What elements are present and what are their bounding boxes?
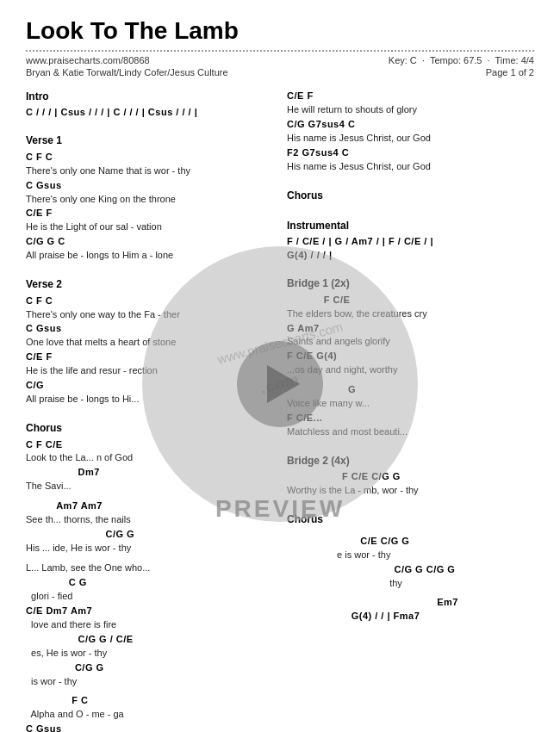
rc2-l1: e is wor - thy xyxy=(287,549,534,562)
page-number: Page 1 of 2 xyxy=(486,67,534,88)
v1-l2: There's only one King on the throne xyxy=(26,193,273,207)
song-title: Look To The Lamb xyxy=(26,17,534,45)
ch-c2: Dm7 xyxy=(26,466,273,480)
bridge2-label: Bridge 2 (4x) xyxy=(287,454,534,468)
v1-l1: There's only one Name that is wor - thy xyxy=(26,164,273,178)
inst-c2: G(4) / / / | xyxy=(287,249,534,263)
chorus1-label: Chorus xyxy=(26,421,273,436)
ch-l9: is wor - thy xyxy=(26,675,273,689)
v1-l4: All praise be - longs to Him a - lone xyxy=(26,249,273,263)
inst-c1: F / C/E / | G / Am7 / | F / C/E / | xyxy=(287,235,534,249)
ch-l5: L... Lamb, see the One who... xyxy=(26,561,273,575)
rc-l2: His name is Jesus Christ, our God xyxy=(287,132,534,146)
authors: Bryan & Katie Torwalt/Lindy Cofer/Jesus … xyxy=(26,67,228,78)
chorus2-label: Chorus xyxy=(287,189,534,203)
authors-page-row: Bryan & Katie Torwalt/Lindy Cofer/Jesus … xyxy=(26,67,534,88)
ch-l2: The Savi... xyxy=(26,480,273,493)
v2-l4: All praise be - longs to Hi... xyxy=(26,393,273,406)
intro-label: Intro xyxy=(26,90,273,104)
right-column: C/E F He will return to shouts of glory … xyxy=(287,90,534,732)
ch-c9: F C xyxy=(26,694,273,708)
b1-l3: ...os day and night, worthy xyxy=(287,363,534,377)
rc2-l2: thy xyxy=(287,577,534,591)
b1-c4: G xyxy=(287,383,534,397)
b1-l2: Saints and angels glorify xyxy=(287,335,534,349)
bridge1-label: Bridge 1 (2x) xyxy=(287,276,534,291)
intro-chord: C / / / | Csus / / / | C / / / | Csus / … xyxy=(26,106,273,120)
ch-c6: C/E Dm7 Am7 xyxy=(26,605,273,618)
verse2-label: Verse 2 xyxy=(26,277,273,292)
b1-l1: The elders bow, the creatures cry xyxy=(287,307,534,321)
b1-c3: F C/E G(4) xyxy=(287,350,534,363)
b1-c5: F C/E... xyxy=(287,412,534,425)
rc-l3: His name is Jesus Christ, our God xyxy=(287,160,534,174)
ch-c1: C F C/E xyxy=(26,438,273,452)
v1-c1: C F C xyxy=(26,151,273,164)
b2-c1: F C/E C/G G xyxy=(287,470,534,484)
v2-c1: C F C xyxy=(26,295,273,308)
v2-c2: C Gsus xyxy=(26,322,273,336)
meta-row: www.praisecharts.com/80868 Key: C · Temp… xyxy=(26,55,534,65)
ch-c4: C/G G xyxy=(26,528,273,542)
ch-l8: es, He is wor - thy xyxy=(26,647,273,661)
v2-l3: He is the life and resur - rection xyxy=(26,364,273,378)
ch-l4: His ... ide, He is wor - thy xyxy=(26,542,273,555)
b1-c2: G Am7 xyxy=(287,322,534,336)
v2-c3: C/E F xyxy=(26,350,273,364)
v1-c2: C Gsus xyxy=(26,179,273,193)
rc2-c1: C/E C/G G xyxy=(287,535,534,549)
rc-l1: He will return to shouts of glory xyxy=(287,103,534,117)
rc2-c3: Em7 xyxy=(287,596,534,610)
ch-c5: C G xyxy=(26,576,273,590)
play-button[interactable] xyxy=(237,341,323,427)
b1-c1: F C/E xyxy=(287,294,534,307)
ch-l10: Alpha and O - me - ga xyxy=(26,708,273,722)
preview-label: PREVIEW xyxy=(215,495,345,523)
url[interactable]: www.praisecharts.com/80868 xyxy=(26,55,150,65)
ch-c7: C/G G / C/E xyxy=(26,633,273,647)
v1-c3: C/E F xyxy=(26,207,273,220)
verse1-label: Verse 1 xyxy=(26,133,273,148)
ch-l6: glori - fied xyxy=(26,590,273,604)
left-column: Intro C / / / | Csus / / / | C / / / | C… xyxy=(26,90,273,732)
v2-l2: One love that melts a heart of stone xyxy=(26,336,273,350)
ch-l1: Look to the La... n of God xyxy=(26,451,273,465)
page: Look To The Lamb www.praisecharts.com/80… xyxy=(0,0,560,732)
rc-c2: C/G G7sus4 C xyxy=(287,118,534,132)
ch-c10: C Gsus xyxy=(26,723,273,732)
divider xyxy=(26,50,534,52)
play-triangle-icon xyxy=(267,365,300,403)
rc2-c2: C/G G C/G G xyxy=(287,563,534,577)
key-tempo-time: Key: C · Tempo: 67.5 · Time: 4/4 xyxy=(389,55,534,65)
v1-c4: C/G G C xyxy=(26,235,273,249)
v1-l3: He is the Light of our sal - vation xyxy=(26,220,273,234)
title-section: Look To The Lamb www.praisecharts.com/80… xyxy=(26,17,534,88)
ch-c8: C/G G xyxy=(26,661,273,675)
rc-c1: C/E F xyxy=(287,90,534,103)
v2-l1: There's only one way to the Fa - ther xyxy=(26,308,273,322)
rc-c3: F2 G7sus4 C xyxy=(287,146,534,160)
rc2-c4: G(4) / / | Fma7 xyxy=(287,610,534,623)
ch-l7: love and there is fire xyxy=(26,618,273,632)
v2-c4: C/G xyxy=(26,379,273,393)
b1-l4: Voice like many w... xyxy=(287,397,534,411)
b1-l5: Matchless and most beauti... xyxy=(287,425,534,439)
instrumental-label: Instrumental xyxy=(287,219,534,233)
